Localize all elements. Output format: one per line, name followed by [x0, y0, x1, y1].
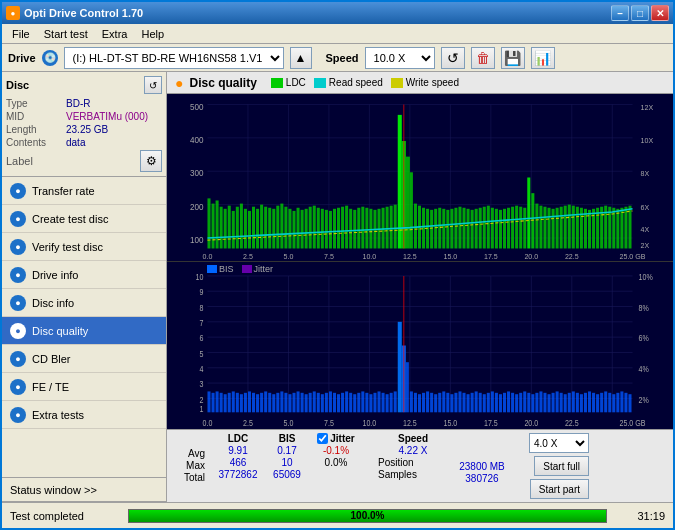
maximize-button[interactable]: □ — [631, 5, 649, 21]
sidebar-item-extra-tests[interactable]: ● Extra tests — [2, 401, 166, 429]
menu-help[interactable]: Help — [135, 26, 170, 42]
progress-percent: 100.0% — [129, 510, 606, 522]
jitter-checkbox[interactable] — [317, 433, 328, 444]
legend-write-speed: Write speed — [391, 77, 459, 88]
sidebar-item-fe-te[interactable]: ● FE / TE — [2, 373, 166, 401]
svg-rect-71 — [430, 210, 433, 249]
quality-speed-select[interactable]: 4.0 X — [529, 433, 589, 453]
svg-rect-248 — [543, 393, 546, 412]
menu-start-test[interactable]: Start test — [38, 26, 94, 42]
svg-text:10.0: 10.0 — [363, 417, 377, 428]
fe-te-label: FE / TE — [32, 381, 69, 393]
disc-contents-row: Contents data — [6, 137, 162, 148]
minimize-button[interactable]: – — [611, 5, 629, 21]
svg-rect-186 — [297, 391, 300, 412]
menu-extra[interactable]: Extra — [96, 26, 134, 42]
svg-rect-88 — [495, 209, 498, 249]
sidebar-item-disc-quality[interactable]: ● Disc quality — [2, 317, 166, 345]
svg-rect-226 — [454, 393, 457, 412]
disc-length-label: Length — [6, 124, 66, 135]
svg-rect-64 — [386, 207, 389, 249]
start-full-button[interactable]: Start full — [534, 456, 589, 476]
svg-rect-29 — [260, 205, 263, 249]
sidebar: Disc ↺ Type BD-R MID VERBATIMu (000) Len… — [2, 72, 167, 502]
svg-rect-196 — [337, 394, 340, 412]
disc-quality-header-icon: ● — [175, 75, 183, 91]
svg-rect-76 — [446, 210, 449, 249]
sidebar-item-verify-test-disc[interactable]: ● Verify test disc — [2, 233, 166, 261]
disc-length-value: 23.25 GB — [66, 124, 108, 135]
svg-text:4%: 4% — [639, 363, 650, 374]
legend-read-speed-label: Read speed — [329, 77, 383, 88]
ldc-max: 466 — [230, 457, 247, 468]
svg-rect-198 — [345, 391, 348, 412]
svg-rect-232 — [479, 393, 482, 412]
sidebar-item-transfer-rate[interactable]: ● Transfer rate — [2, 177, 166, 205]
svg-rect-264 — [608, 393, 611, 412]
svg-text:12.5: 12.5 — [403, 252, 417, 261]
svg-rect-108 — [576, 207, 579, 249]
window-title: Opti Drive Control 1.70 — [24, 7, 143, 19]
svg-rect-69 — [422, 208, 425, 249]
svg-rect-255 — [572, 391, 575, 412]
svg-rect-234 — [487, 393, 490, 412]
svg-rect-177 — [260, 393, 263, 412]
svg-rect-204 — [369, 394, 372, 412]
sidebar-item-create-test-disc[interactable]: ● Create test disc — [2, 205, 166, 233]
svg-rect-244 — [527, 393, 530, 412]
svg-text:22.5: 22.5 — [565, 252, 579, 261]
svg-rect-256 — [576, 393, 579, 412]
svg-rect-42 — [297, 208, 300, 249]
svg-rect-84 — [479, 208, 482, 249]
close-button[interactable]: ✕ — [651, 5, 669, 21]
svg-text:3: 3 — [199, 378, 203, 389]
svg-rect-72 — [434, 209, 437, 249]
sidebar-item-drive-info[interactable]: ● Drive info — [2, 261, 166, 289]
svg-rect-194 — [329, 391, 332, 412]
svg-rect-102 — [552, 209, 555, 249]
disc-info-icon: ● — [10, 295, 26, 311]
sidebar-item-cd-bler[interactable]: ● CD Bler — [2, 345, 166, 373]
ldc-avg: 9.91 — [228, 445, 247, 456]
svg-rect-78 — [454, 208, 457, 249]
samples-row: Samples — [378, 469, 448, 480]
scan-button[interactable]: 📊 — [531, 47, 555, 69]
svg-rect-31 — [268, 208, 271, 249]
svg-rect-97 — [531, 193, 534, 248]
disc-label-button[interactable]: ⚙ — [140, 150, 162, 172]
svg-rect-57 — [357, 208, 360, 249]
status-window-button[interactable]: Status window >> — [2, 478, 166, 502]
drive-eject-button[interactable]: ▲ — [290, 47, 312, 69]
svg-rect-192 — [321, 394, 324, 412]
refresh-button[interactable]: ↺ — [441, 47, 465, 69]
svg-rect-257 — [580, 394, 583, 412]
svg-text:8X: 8X — [641, 169, 650, 178]
disc-title: Disc — [6, 79, 29, 91]
svg-rect-221 — [434, 394, 437, 412]
svg-rect-181 — [276, 393, 279, 412]
position-label: Position — [378, 457, 414, 468]
menu-file[interactable]: File — [6, 26, 36, 42]
svg-rect-261 — [596, 394, 599, 412]
erase-button[interactable]: 🗑 — [471, 47, 495, 69]
svg-rect-246 — [535, 393, 538, 412]
svg-rect-265 — [612, 394, 615, 412]
burn-button[interactable]: 💾 — [501, 47, 525, 69]
drive-bar: Drive 💿 (I:) HL-DT-ST BD-RE WH16NS58 1.V… — [2, 44, 673, 72]
svg-rect-33 — [276, 206, 279, 249]
svg-rect-218 — [422, 393, 425, 412]
jitter-max: 0.0% — [325, 457, 348, 468]
ldc-header: LDC — [228, 433, 249, 444]
disc-contents-value: data — [66, 137, 85, 148]
disc-refresh-button[interactable]: ↺ — [144, 76, 162, 94]
sidebar-item-disc-info[interactable]: ● Disc info — [2, 289, 166, 317]
svg-rect-229 — [467, 394, 470, 412]
disc-quality-title: Disc quality — [189, 76, 256, 90]
sidebar-bottom: Status window >> — [2, 477, 166, 502]
svg-rect-219 — [426, 391, 429, 412]
svg-rect-266 — [616, 393, 619, 412]
disc-mid-row: MID VERBATIMu (000) — [6, 111, 162, 122]
drive-select[interactable]: (I:) HL-DT-ST BD-RE WH16NS58 1.V1 — [64, 47, 284, 69]
start-part-button[interactable]: Start part — [530, 479, 589, 499]
speed-select[interactable]: 10.0 X 4.0 X 6.0 X 8.0 X 12.0 X — [365, 47, 435, 69]
